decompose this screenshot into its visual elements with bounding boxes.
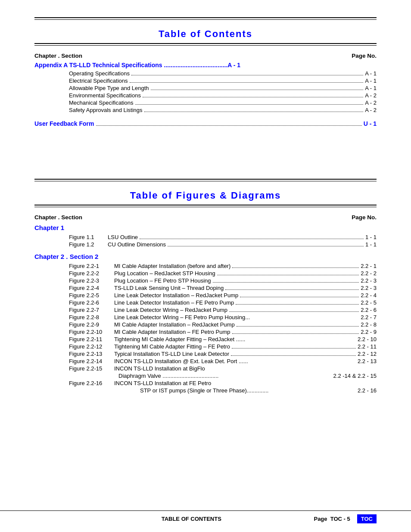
toc-sub-entry: Mechanical SpecificationsA - 2 [34, 100, 377, 106]
toc-col-header-right: Page No. [352, 53, 377, 59]
figure-row: Figure 2.2-12Tightening MI Cable Adapter… [34, 343, 377, 350]
user-feedback-label: User Feedback Form [34, 120, 94, 127]
footer-toc-badge[interactable]: TOC [357, 514, 377, 523]
figure-row: Figure 2.2-5Line Leak Detector Installat… [34, 292, 377, 299]
figure-row: Figure 2.2-3Plug Location – FE Petro STP… [34, 277, 377, 284]
page-footer: TABLE OF CONTENTS Page TOC - 5 TOC [0, 510, 411, 523]
chapter2-heading: Chapter 2 . Section 2 [34, 253, 377, 260]
footer-title: TABLE OF CONTENTS [69, 516, 314, 522]
user-feedback-row: User Feedback Form U - 1 [34, 120, 377, 127]
figure-row: Figure 2.2-1MI Cable Adapter Installatio… [34, 263, 377, 269]
figure-row: Figure 2.2-13Typical Installation TS-LLD… [34, 351, 377, 357]
chapter2-entries: Figure 2.2-1MI Cable Adapter Installatio… [34, 263, 377, 394]
figure-row: Figure 2.2-14INCON TS-LLD Installation @… [34, 358, 377, 364]
toc-title: Table of Contents [34, 28, 377, 40]
figure-row: Figure 2.2-8Line Leak Detector Wiring – … [34, 314, 377, 320]
toc-sub-entry: Allowable Pipe Type and LengthA - 1 [34, 85, 377, 91]
user-feedback-page: U - 1 [364, 120, 377, 127]
figure-row: Figure 2.2-10MI Cable Adapter Installati… [34, 329, 377, 335]
toc-sub-entry: Electrical SpecificationsA - 1 [34, 78, 377, 84]
toc-sub-entry: Safety Approvals and ListingsA - 2 [34, 107, 377, 113]
figure-row: Figure 2.2-11Tightening MI Cable Adapter… [34, 336, 377, 342]
figure-row: Figure 2.2-15INCON TS-LLD Installation a… [34, 365, 377, 372]
figure-row: Figure 1.2CU Outline Dimensions1 - 1 [34, 241, 377, 248]
figure-continuation-row2: STP or IST pumps (Single or Three Phase)… [34, 387, 377, 394]
figure-row: Figure 2.2-6Line Leak Detector Installat… [34, 299, 377, 306]
chapter1-entries: Figure 1.1LSU Outline1 - 1Figure 1.2CU O… [34, 234, 377, 248]
figures-col-header-right: Page No. [352, 214, 377, 221]
figure-row: Figure 2.2-16INCON TS-LLD Installation a… [34, 380, 377, 386]
figure-row: Figure 2.2-4TS-LLD Leak Sensing Unit – T… [34, 285, 377, 291]
figure-row: Figure 1.1LSU Outline1 - 1 [34, 234, 377, 240]
figure-row: Figure 2.2-9MI Cable Adapter Installatio… [34, 321, 377, 328]
appendix-a-label: Appendix A TS-LLD Technical Specificatio… [34, 62, 227, 68]
figures-col-header-left: Chapter . Section [34, 214, 82, 221]
footer-page: Page TOC - 5 [314, 516, 350, 522]
toc-sub-entry: Operating SpecificationsA - 1 [34, 70, 377, 77]
chapter1-heading: Chapter 1 [34, 224, 377, 231]
toc-col-header-left: Chapter . Section [34, 53, 82, 59]
figure-continuation-row: Diaphragm Valve ........................… [34, 373, 377, 379]
toc-sub-entries: Operating SpecificationsA - 1Electrical … [34, 70, 377, 113]
figure-row: Figure 2.2-2Plug Location – RedJacket ST… [34, 270, 377, 277]
toc-sub-entry: Environmental SpecificationsA - 2 [34, 92, 377, 99]
figure-row: Figure 2.2-7Line Leak Detector Wiring – … [34, 307, 377, 313]
appendix-a-page: A - 1 [227, 62, 240, 68]
figures-title: Table of Figures & Diagrams [34, 190, 377, 201]
